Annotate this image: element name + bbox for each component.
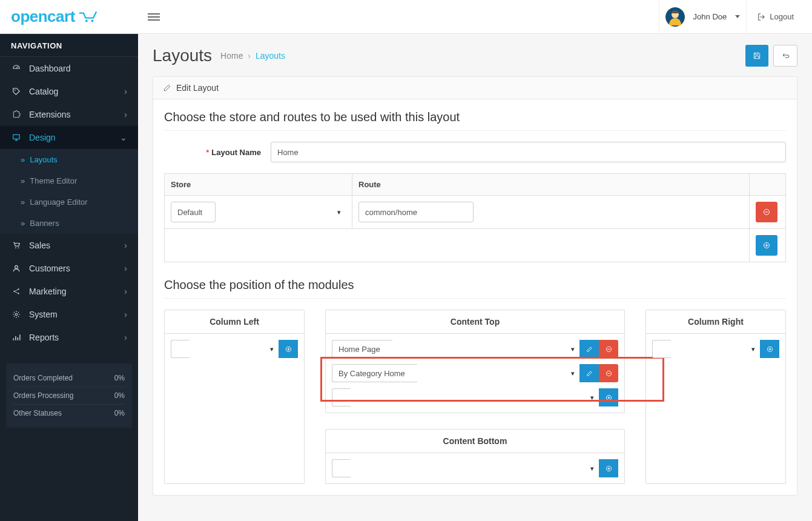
sidebar-item-marketing[interactable]: Marketing › bbox=[0, 280, 138, 303]
nav-label: Sales bbox=[29, 241, 50, 250]
avatar-icon bbox=[665, 7, 685, 27]
stat-row: Other Statuses0% bbox=[13, 405, 125, 422]
save-icon bbox=[753, 51, 761, 60]
menu-toggle-icon[interactable] bbox=[148, 12, 162, 22]
gear-icon bbox=[11, 310, 22, 319]
chevron-right-icon: › bbox=[124, 310, 127, 319]
plus-circle-icon bbox=[606, 394, 612, 401]
main-content: Layouts Home › Layouts Edit Layout Choos… bbox=[138, 34, 812, 521]
content-top-panel: Content Top Home Page By Category Home bbox=[325, 310, 625, 413]
brand-logo: opencart bbox=[11, 7, 98, 26]
svg-point-7 bbox=[18, 247, 19, 248]
store-select[interactable]: Default bbox=[171, 202, 216, 222]
stat-value: 0% bbox=[114, 374, 125, 382]
nav-label: Marketing bbox=[29, 287, 66, 296]
add-module-button[interactable] bbox=[599, 388, 618, 407]
logo-area[interactable]: opencart bbox=[0, 0, 138, 33]
add-module-button[interactable] bbox=[599, 459, 618, 477]
sidebar-item-design[interactable]: Design ⌄ bbox=[0, 126, 138, 149]
pos-heading: Column Left bbox=[165, 310, 304, 334]
sub-item-theme-editor[interactable]: »Theme Editor bbox=[0, 170, 138, 191]
module-row bbox=[332, 388, 618, 407]
design-submenu: »Layouts »Theme Editor »Language Editor … bbox=[0, 149, 138, 234]
module-select[interactable]: Home Page bbox=[332, 340, 392, 358]
col-store: Store bbox=[165, 174, 352, 196]
section2-title: Choose the position of the modules bbox=[164, 278, 786, 299]
header-right: John Doe Logout bbox=[138, 0, 812, 33]
nav-label: Catalog bbox=[29, 87, 58, 96]
back-button[interactable] bbox=[773, 45, 797, 67]
edit-module-button[interactable] bbox=[579, 364, 599, 382]
layout-name-label: *Layout Name bbox=[164, 148, 271, 157]
stat-row: Orders Completed0% bbox=[13, 370, 125, 387]
chart-icon bbox=[11, 333, 22, 342]
svg-point-12 bbox=[15, 313, 18, 316]
user-menu[interactable]: John Doe bbox=[659, 0, 747, 34]
add-route-row bbox=[165, 229, 786, 262]
sidebar-item-extensions[interactable]: Extensions › bbox=[0, 103, 138, 126]
svg-rect-5 bbox=[13, 134, 20, 139]
route-input[interactable] bbox=[358, 202, 474, 222]
sub-item-language-editor[interactable]: »Language Editor bbox=[0, 191, 138, 213]
stat-value: 0% bbox=[114, 409, 125, 417]
module-row-highlighted: By Category Home bbox=[332, 364, 618, 382]
breadcrumb-home[interactable]: Home bbox=[220, 51, 243, 61]
breadcrumb-current[interactable]: Layouts bbox=[256, 51, 285, 61]
sub-label: Language Editor bbox=[30, 197, 87, 207]
module-select[interactable]: By Category Home bbox=[332, 364, 417, 382]
sub-item-layouts[interactable]: »Layouts bbox=[0, 149, 138, 170]
double-chevron-icon: » bbox=[21, 155, 25, 164]
column-right-panel: Column Right bbox=[645, 310, 786, 484]
double-chevron-icon: » bbox=[21, 197, 25, 207]
sub-item-banners[interactable]: »Banners bbox=[0, 213, 138, 234]
sidebar-item-sales[interactable]: Sales › bbox=[0, 234, 138, 257]
column-left-panel: Column Left bbox=[164, 310, 305, 484]
cart-icon bbox=[79, 11, 98, 23]
minus-circle-icon bbox=[606, 370, 612, 377]
edit-module-button[interactable] bbox=[579, 340, 599, 358]
plus-circle-icon bbox=[285, 346, 292, 353]
sidebar-item-catalog[interactable]: Catalog › bbox=[0, 80, 138, 103]
nav-label: Design bbox=[29, 133, 56, 142]
add-module-button[interactable] bbox=[279, 340, 298, 358]
save-button[interactable] bbox=[745, 45, 768, 67]
add-route-button[interactable] bbox=[756, 235, 777, 256]
stat-label: Orders Completed bbox=[13, 374, 73, 382]
remove-module-button[interactable] bbox=[599, 340, 618, 358]
sidebar-item-reports[interactable]: Reports › bbox=[0, 326, 138, 349]
sidebar-item-system[interactable]: System › bbox=[0, 303, 138, 326]
chevron-down-icon: ⌄ bbox=[120, 133, 127, 142]
layout-name-input[interactable] bbox=[271, 142, 786, 162]
svg-point-8 bbox=[15, 265, 18, 268]
sidebar-item-dashboard[interactable]: Dashboard bbox=[0, 57, 138, 80]
positions-row: Column Left Content Top bbox=[164, 310, 786, 484]
plus-circle-icon bbox=[763, 242, 770, 249]
panel-heading-text: Edit Layout bbox=[176, 83, 219, 93]
double-chevron-icon: » bbox=[21, 176, 25, 185]
remove-route-button[interactable] bbox=[756, 202, 777, 222]
module-select[interactable] bbox=[171, 340, 190, 358]
brand-text: opencart bbox=[11, 7, 75, 26]
logout-button[interactable]: Logout bbox=[746, 0, 805, 34]
breadcrumb-sep: › bbox=[248, 51, 251, 61]
stat-value: 0% bbox=[114, 391, 125, 400]
module-select[interactable] bbox=[332, 459, 351, 477]
col-route: Route bbox=[352, 174, 750, 196]
pencil-icon bbox=[586, 346, 593, 353]
sidebar-item-customers[interactable]: Customers › bbox=[0, 257, 138, 280]
cart-icon bbox=[11, 241, 22, 250]
stat-row: Orders Processing0% bbox=[13, 387, 125, 405]
add-module-button[interactable] bbox=[760, 340, 779, 358]
pencil-icon bbox=[163, 84, 171, 92]
stat-label: Orders Processing bbox=[13, 391, 73, 400]
caret-down-icon bbox=[735, 15, 740, 18]
share-icon bbox=[11, 287, 22, 296]
svg-point-9 bbox=[13, 291, 15, 292]
module-row: Home Page bbox=[332, 340, 618, 358]
module-select[interactable] bbox=[652, 340, 671, 358]
remove-module-button[interactable] bbox=[599, 364, 618, 382]
desktop-icon bbox=[11, 133, 22, 142]
stat-label: Other Statuses bbox=[13, 409, 62, 417]
svg-point-11 bbox=[18, 293, 19, 294]
module-select[interactable] bbox=[332, 388, 351, 407]
